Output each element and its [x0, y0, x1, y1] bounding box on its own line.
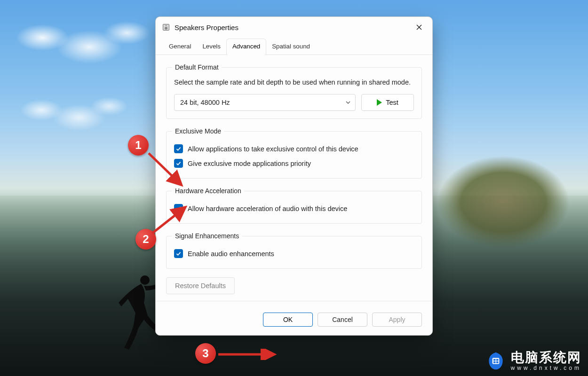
group-hardware-acceleration: Hardware Acceleration Allow hardware acc… [166, 187, 422, 224]
dialog-titlebar: Speakers Properties [156, 17, 432, 38]
close-button[interactable] [409, 20, 429, 35]
ok-button[interactable]: OK [263, 313, 313, 327]
svg-rect-11 [496, 359, 499, 361]
dialog-body: Default Format Select the sample rate an… [156, 55, 432, 306]
tab-levels[interactable]: Levels [197, 39, 226, 55]
dialog-footer: OK Cancel Apply [156, 306, 432, 335]
test-button-label: Test [386, 99, 398, 106]
group-exclusive-mode: Exclusive Mode Allow applications to tak… [166, 127, 422, 179]
checkmark-icon [175, 251, 182, 257]
group-default-format: Default Format Select the sample rate an… [166, 63, 422, 119]
tab-general[interactable]: General [163, 39, 197, 55]
watermark-logo-icon [485, 351, 506, 371]
wallpaper-clouds [19, 91, 132, 144]
tab-spatial-sound[interactable]: Spatial sound [266, 39, 316, 55]
wallpaper-clouds [14, 14, 155, 80]
play-icon [377, 99, 382, 106]
dialog-title: Speakers Properties [175, 24, 238, 31]
svg-point-3 [166, 25, 167, 26]
watermark: 电脑系统网 www.dnxtw.com [485, 351, 581, 371]
group-legend: Default Format [172, 63, 222, 71]
svg-point-0 [140, 275, 150, 285]
watermark-url: www.dnxtw.com [511, 365, 581, 371]
svg-point-2 [165, 27, 167, 30]
checkbox-label: Enable audio enhancements [188, 250, 274, 258]
speaker-icon [162, 24, 170, 31]
speakers-properties-dialog: Speakers Properties General Levels Advan… [155, 16, 433, 336]
checkbox-label: Allow applications to take exclusive con… [188, 145, 358, 153]
annotation-arrow-2 [150, 205, 192, 236]
apply-button[interactable]: Apply [372, 313, 422, 327]
tab-strip: General Levels Advanced Spatial sound [156, 39, 432, 55]
test-button[interactable]: Test [361, 94, 414, 111]
svg-rect-12 [493, 361, 496, 363]
svg-line-7 [152, 209, 183, 233]
annotation-arrow-1 [146, 150, 188, 193]
tab-advanced[interactable]: Advanced [226, 39, 266, 55]
svg-line-6 [149, 153, 180, 183]
svg-rect-10 [493, 359, 496, 361]
footer-separator [156, 301, 432, 301]
sample-rate-combo[interactable]: 24 bit, 48000 Hz [174, 94, 356, 111]
close-icon [416, 24, 422, 30]
restore-defaults-button[interactable]: Restore Defaults [166, 277, 235, 294]
svg-rect-13 [496, 361, 499, 363]
checkbox-audio-enhancements[interactable] [174, 249, 183, 258]
annotation-callout-3: 3 [195, 343, 216, 364]
annotation-arrow-3 [216, 349, 278, 360]
checkbox-label: Give exclusive mode applications priorit… [188, 160, 311, 167]
cancel-button[interactable]: Cancel [318, 313, 367, 327]
default-format-description: Select the sample rate and bit depth to … [174, 78, 414, 87]
group-legend: Exclusive Mode [172, 127, 224, 135]
sample-rate-value[interactable]: 24 bit, 48000 Hz [174, 94, 356, 111]
group-signal-enhancements: Signal Enhancements Enable audio enhance… [166, 232, 422, 269]
checkbox-label: Allow hardware acceleration of audio wit… [188, 205, 347, 212]
watermark-title: 电脑系统网 [511, 351, 581, 364]
